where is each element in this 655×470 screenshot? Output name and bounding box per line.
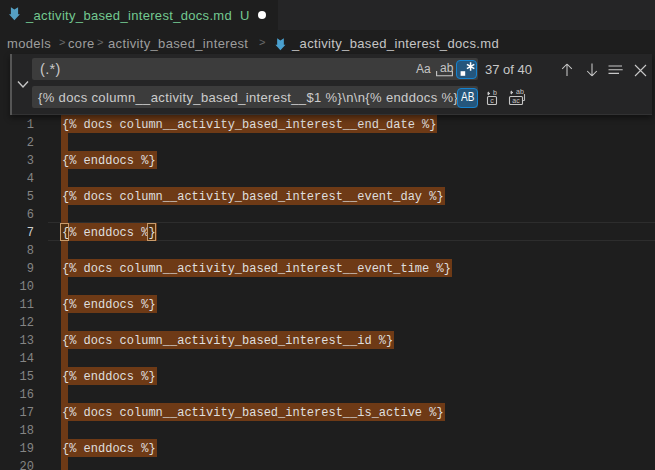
svg-text:b: b [493,90,497,96]
svg-text:ab: ab [516,88,524,95]
svg-text:ac: ac [512,97,520,104]
svg-text:c: c [490,97,494,104]
